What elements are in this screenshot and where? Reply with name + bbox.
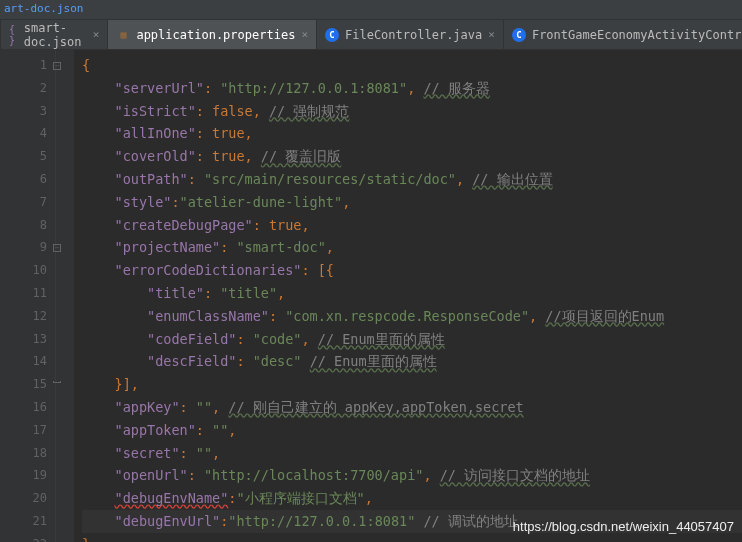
code-line: "createDebugPage": true, <box>82 214 742 237</box>
top-filename-bar: art-doc.json <box>0 0 742 20</box>
code-line: "codeField": "code", // Enum里面的属性 <box>82 328 742 351</box>
tab-label: smart-doc.json <box>24 21 87 49</box>
editor-tabs: { } smart-doc.json × ▦ application.prope… <box>0 20 742 50</box>
tab-front-game-controller[interactable]: C FrontGameEconomyActivityController.jav <box>504 20 742 49</box>
code-line: "appToken": "", <box>82 419 742 442</box>
line-number: 15 <box>0 373 47 396</box>
close-icon[interactable]: × <box>93 28 100 41</box>
code-line: "enumClassName": "com.xn.respcode.Respon… <box>82 305 742 328</box>
line-number: 21 <box>0 510 47 533</box>
line-number: 4 <box>0 122 47 145</box>
close-icon[interactable]: × <box>488 28 495 41</box>
properties-icon: ▦ <box>116 28 130 42</box>
java-class-icon: C <box>325 28 339 42</box>
tab-label: FileController.java <box>345 28 482 42</box>
line-number: 20! <box>0 487 47 510</box>
code-line: "secret": "", <box>82 442 742 465</box>
line-number: 12 <box>0 305 47 328</box>
line-number: 11 <box>0 282 47 305</box>
line-number: 9− <box>0 236 47 259</box>
code-line: "debugEnvName":"小程序端接口文档", <box>82 487 742 510</box>
line-number: 18 <box>0 442 47 465</box>
line-number: 6 <box>0 168 47 191</box>
fold-icon[interactable]: − <box>53 62 61 70</box>
code-line: "openUrl": "http://localhost:7700/api", … <box>82 464 742 487</box>
code-line: "projectName": "smart-doc", <box>82 236 742 259</box>
json-icon: { } <box>9 28 18 42</box>
code-line: }], <box>82 373 742 396</box>
code-line: } <box>82 533 742 542</box>
fold-icon[interactable]: − <box>53 244 61 252</box>
line-number-gutter: 1−23456789−1011121314151617181920!2122 <box>0 50 56 542</box>
code-line: "allInOne": true, <box>82 122 742 145</box>
line-number: 2 <box>0 77 47 100</box>
line-number: 13 <box>0 328 47 351</box>
tab-file-controller[interactable]: C FileController.java × <box>317 20 504 49</box>
tab-label: application.properties <box>136 28 295 42</box>
line-number: 17 <box>0 419 47 442</box>
line-number: 14 <box>0 350 47 373</box>
code-line: "descField": "desc" // Enum里面的属性 <box>82 350 742 373</box>
code-line: { <box>82 54 742 77</box>
code-line: "errorCodeDictionaries": [{ <box>82 259 742 282</box>
line-number: 8 <box>0 214 47 237</box>
line-number: 5 <box>0 145 47 168</box>
line-number: 3 <box>0 100 47 123</box>
code-line: "style":"atelier-dune-light", <box>82 191 742 214</box>
line-number: 19 <box>0 464 47 487</box>
top-filename: art-doc.json <box>4 2 83 15</box>
line-number: 7 <box>0 191 47 214</box>
line-number: 16 <box>0 396 47 419</box>
code-line: "serverUrl": "http://127.0.0.1:8081", //… <box>82 77 742 100</box>
line-number: 10 <box>0 259 47 282</box>
code-line: "appKey": "", // 刚自己建立的 appKey,appToken,… <box>82 396 742 419</box>
fold-icon[interactable] <box>53 381 61 383</box>
code-line: "outPath": "src/main/resources/static/do… <box>82 168 742 191</box>
fold-column <box>56 50 74 542</box>
java-class-icon: C <box>512 28 526 42</box>
code-editor[interactable]: { "serverUrl": "http://127.0.0.1:8081", … <box>74 50 742 542</box>
code-line: "title": "title", <box>82 282 742 305</box>
editor-area: 1−23456789−1011121314151617181920!2122 {… <box>0 50 742 542</box>
line-number: 22 <box>0 533 47 542</box>
tab-label: FrontGameEconomyActivityController.jav <box>532 28 742 42</box>
tab-smart-doc-json[interactable]: { } smart-doc.json × <box>1 20 108 49</box>
tab-application-properties[interactable]: ▦ application.properties × <box>108 20 317 49</box>
code-line: "debugEnvUrl":"http://127.0.0.1:8081" //… <box>82 510 742 533</box>
code-line: "coverOld": true, // 覆盖旧版 <box>82 145 742 168</box>
close-icon[interactable]: × <box>301 28 308 41</box>
code-line: "isStrict": false, // 强制规范 <box>82 100 742 123</box>
line-number: 1− <box>0 54 47 77</box>
